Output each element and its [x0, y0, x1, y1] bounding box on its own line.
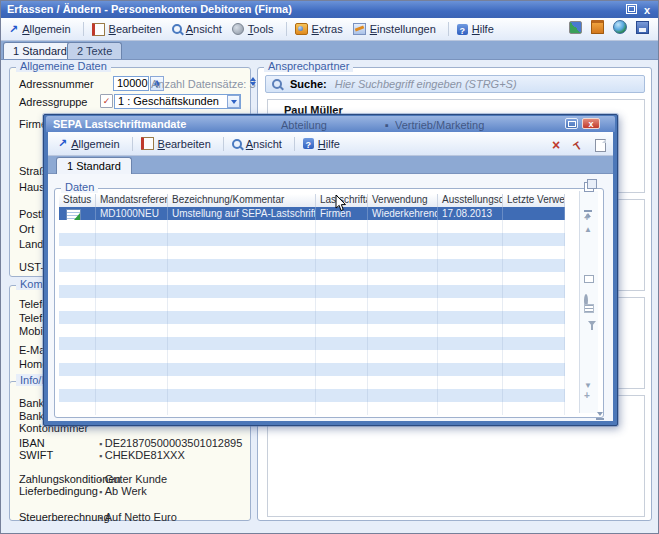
table-row-empty[interactable]	[59, 285, 565, 298]
menu-item-bearbeiten[interactable]: Bearbeiten	[141, 137, 211, 150]
delete-x-icon[interactable]	[552, 136, 560, 154]
search-icon	[272, 79, 282, 89]
adressnummer-field[interactable]: 10000	[113, 76, 149, 91]
table-cell	[368, 311, 438, 324]
column-header-verwendung[interactable]: Verwendung	[368, 194, 438, 207]
column-header-ausstellungsdatum[interactable]: Ausstellungsdatum	[438, 194, 503, 207]
table-row-empty[interactable]	[59, 259, 565, 272]
table-row-empty[interactable]	[59, 220, 565, 233]
main-tabstrip: 1 Standard 2 Texte	[1, 41, 658, 60]
dialog-close-icon[interactable]: x	[582, 118, 600, 129]
table-cell	[316, 350, 368, 363]
table-cell	[438, 363, 503, 376]
help-icon	[457, 24, 468, 35]
edit-window-icon[interactable]	[584, 275, 594, 283]
table-cell	[59, 337, 96, 350]
search-placeholder: Hier Suchbegriff eingeben (STRG+S)	[335, 78, 517, 90]
table-row-empty[interactable]	[59, 376, 565, 389]
table-row-empty[interactable]	[59, 246, 565, 259]
menu-item-einstellungen[interactable]: Einstellungen	[353, 23, 436, 35]
globe-icon[interactable]	[613, 20, 627, 34]
table-cell	[59, 324, 96, 337]
table-row-empty[interactable]	[59, 350, 565, 363]
move-up-icon[interactable]: ▲	[584, 225, 592, 234]
table-cell	[503, 285, 565, 298]
save-icon[interactable]	[636, 21, 649, 34]
table-row-empty[interactable]	[59, 363, 565, 376]
tab-standard[interactable]: 1 Standard	[3, 42, 77, 59]
close-window-icon[interactable]: x	[644, 2, 650, 19]
table-cell	[316, 337, 368, 350]
move-down-icon[interactable]: ▼	[584, 381, 592, 390]
contact-search-row[interactable]: Suche: Hier Suchbegriff eingeben (STRG+S…	[265, 75, 645, 93]
column-header-letzte-verwendung[interactable]: Letzte Verwendung	[503, 194, 565, 207]
table-row-empty[interactable]	[59, 311, 565, 324]
field-label-swift: SWIFT	[19, 449, 53, 461]
column-chooser-icon[interactable]	[584, 182, 594, 192]
table-row-selected[interactable]: MD1000NEUUmstellung auf SEPA-Lastschrift…	[59, 207, 565, 220]
add-row-icon[interactable]: +	[584, 213, 590, 222]
table-cell	[59, 298, 96, 311]
checkmark-doc-icon[interactable]: ✓	[100, 94, 113, 108]
menu-item-allgemein[interactable]: Allgemein	[58, 137, 120, 150]
column-header-bezeichnung-kommentar[interactable]: Bezeichnung/Kommentar	[168, 194, 316, 207]
table-cell	[368, 337, 438, 350]
adressgruppe-dropdown-button[interactable]	[227, 95, 240, 108]
table-row-empty[interactable]	[59, 233, 565, 246]
table-cell	[503, 402, 565, 415]
table-cell	[316, 220, 368, 233]
table-cell	[316, 233, 368, 246]
plugin-icon[interactable]	[569, 21, 582, 34]
adressgruppe-combo[interactable]: 1 : Geschäftskunden	[114, 94, 241, 109]
menu-item-ansicht[interactable]: Ansicht	[172, 23, 222, 35]
field-value-zahlungskonditionen: Guter Kunde	[99, 473, 167, 485]
table-cell	[168, 220, 316, 233]
menu-item-hilfe[interactable]: Hilfe	[457, 23, 494, 35]
arrow-ne-icon	[9, 23, 18, 36]
table-row-empty[interactable]	[59, 389, 565, 402]
search-label: Suche:	[290, 78, 327, 90]
column-header-mandatsreferenz[interactable]: Mandatsreferenz	[96, 194, 168, 207]
table-cell	[316, 324, 368, 337]
menu-separator	[83, 22, 84, 36]
table-cell	[368, 363, 438, 376]
restore-window-icon[interactable]	[626, 4, 637, 14]
menu-item-extras[interactable]: Extras	[295, 23, 343, 35]
table-row-empty[interactable]	[59, 337, 565, 350]
table-cell	[316, 259, 368, 272]
window-titlebar: Erfassen / Ändern - Personenkonten Debit…	[1, 1, 658, 18]
table-row-empty[interactable]	[59, 402, 565, 415]
table-row-empty[interactable]	[59, 298, 565, 311]
hammer-icon[interactable]	[574, 136, 581, 154]
new-document-icon[interactable]	[595, 139, 606, 152]
table-row-empty[interactable]	[59, 272, 565, 285]
menu-item-allgemein[interactable]: Allgemein	[9, 23, 71, 36]
column-header-status[interactable]: Status	[59, 194, 96, 207]
table-row-empty[interactable]	[59, 324, 565, 337]
table-cell: Wiederkehrend	[368, 207, 438, 220]
toolbar-right-icons	[569, 20, 653, 34]
panel-splitter-icon[interactable]	[250, 77, 256, 86]
tab-texte[interactable]: 2 Texte	[67, 42, 122, 59]
table-cell	[316, 402, 368, 415]
table-cell	[59, 376, 96, 389]
dialog-restore-icon[interactable]	[565, 118, 578, 129]
menu-item-hilfe[interactable]: Hilfe	[303, 138, 340, 150]
package-icon[interactable]	[591, 20, 604, 34]
list-view-icon[interactable]	[584, 304, 594, 313]
table-cell	[96, 233, 168, 246]
dialog-title: SEPA Lastschriftmandate	[53, 118, 186, 130]
table-cell	[59, 402, 96, 415]
main-menubar: AllgemeinBearbeitenAnsichtToolsExtrasEin…	[1, 18, 658, 41]
menu-item-ansicht[interactable]: Ansicht	[232, 138, 282, 150]
table-cell	[503, 337, 565, 350]
filter-icon[interactable]	[588, 321, 596, 335]
menu-item-tools[interactable]: Tools	[232, 23, 274, 35]
append-row-icon[interactable]: +	[584, 391, 590, 400]
table-cell	[368, 220, 438, 233]
menu-item-bearbeiten[interactable]: Bearbeiten	[92, 23, 162, 36]
menu-items: AllgemeinBearbeitenAnsichtToolsExtrasEin…	[9, 22, 504, 36]
table-cell	[96, 337, 168, 350]
dialog-tab-standard[interactable]: 1 Standard	[56, 157, 132, 174]
table-cell	[168, 233, 316, 246]
